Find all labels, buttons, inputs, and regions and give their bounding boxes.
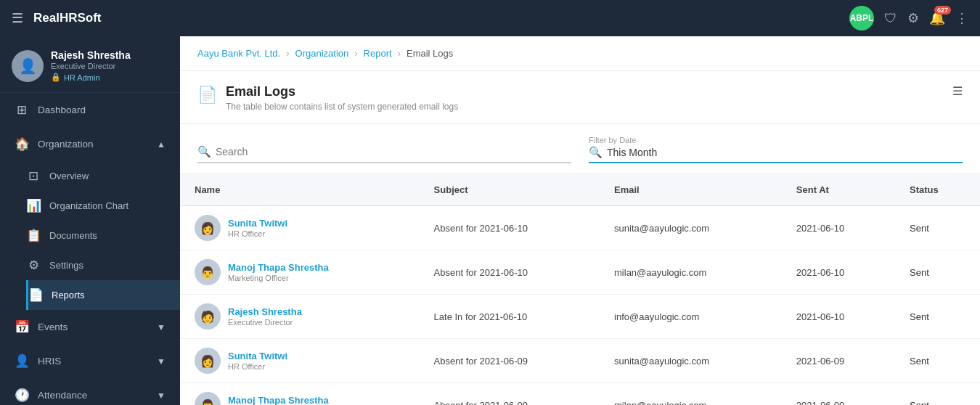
more-options-icon[interactable]: ⋮	[955, 10, 968, 26]
person-info: Sunita Twitwi HR Officer	[228, 351, 287, 371]
chevron-down-icon: ▼	[157, 322, 166, 332]
status-badge: Sent	[910, 400, 929, 406]
user-title: Executive Director	[51, 62, 131, 70]
breadcrumb-sep: ›	[286, 48, 289, 59]
cell-status: Sent	[895, 206, 980, 250]
cell-name: 👨 Manoj Thapa Shrestha Marketing Officer	[180, 383, 420, 406]
cell-name: 🧑 Rajesh Shrestha Executive Director	[180, 295, 420, 339]
organization-icon: 🏠	[15, 136, 29, 152]
sidebar-item-attendance[interactable]: 🕐 Attendance ▼	[0, 378, 180, 405]
person-avatar: 👨	[195, 259, 221, 285]
sidebar-item-dashboard[interactable]: ⊞ Dashboard	[0, 93, 180, 127]
cell-subject: Absent for 2021-06-09	[420, 339, 600, 383]
sidebar: 👤 Rajesh Shrestha Executive Director 🔒 H…	[0, 36, 180, 405]
shield-small-icon: 🔒	[51, 73, 61, 82]
page-header: 📄 Email Logs The table below contains li…	[180, 71, 980, 124]
sidebar-item-documents[interactable]: 📋 Documents	[26, 221, 180, 250]
person-name[interactable]: Sunita Twitwi	[228, 218, 287, 229]
cell-status: Sent	[895, 383, 980, 406]
person-avatar: 👩	[195, 348, 221, 374]
sidebar-item-label: Events	[38, 322, 148, 332]
status-badge: Sent	[910, 267, 929, 278]
organization-submenu: ⊡ Overview 📊 Organization Chart 📋 Docume…	[0, 161, 180, 310]
breadcrumb: Aayu Bank Pvt. Ltd. › Organization › Rep…	[180, 36, 980, 71]
col-sent-at: Sent At	[782, 174, 895, 206]
cell-name: 👩 Sunita Twitwi HR Officer	[180, 206, 420, 250]
cell-sent-at: 2021-06-09	[782, 383, 895, 406]
user-name: Rajesh Shrestha	[51, 49, 131, 61]
chevron-down-icon: ▼	[157, 390, 166, 401]
documents-icon: 📋	[26, 228, 41, 243]
person-info: Sunita Twitwi HR Officer	[228, 218, 287, 238]
breadcrumb-organization[interactable]: Organization	[295, 48, 349, 59]
cell-subject: Absent for 2021-06-10	[420, 250, 600, 295]
email-logs-table: Name Subject Email Sent At Status 👩 Suni…	[180, 174, 980, 405]
person-cell: 👩 Sunita Twitwi HR Officer	[195, 348, 405, 374]
breadcrumb-sep: ›	[354, 48, 357, 59]
search-input[interactable]	[211, 144, 571, 159]
cell-subject: Absent for 2021-06-10	[420, 206, 600, 250]
search-wrap: 🔍	[197, 144, 571, 163]
avatar: 👤	[12, 50, 44, 82]
org-chart-icon: 📊	[26, 198, 41, 213]
topnav-right: ABPL 🛡 ⚙ 🔔 627 ⋮	[849, 6, 968, 30]
person-cell: 🧑 Rajesh Shrestha Executive Director	[195, 303, 405, 330]
user-role: 🔒 HR Admin	[51, 73, 131, 82]
hamburger-icon[interactable]: ☰	[12, 10, 23, 26]
sidebar-item-overview[interactable]: ⊡ Overview	[26, 161, 180, 191]
topnav: ☰ RealHRSoft ABPL 🛡 ⚙ 🔔 627 ⋮	[0, 0, 980, 36]
date-field[interactable]: 🔍 This Month	[589, 146, 963, 163]
sidebar-item-events[interactable]: 📅 Events ▼	[0, 310, 180, 344]
page-header-left: 📄 Email Logs The table below contains li…	[197, 84, 458, 112]
page-title: Email Logs	[226, 84, 458, 99]
person-name[interactable]: Manoj Thapa Shrestha	[228, 262, 329, 273]
person-name[interactable]: Manoj Thapa Shrestha	[228, 395, 329, 405]
sidebar-item-reports[interactable]: 📄 Reports	[26, 280, 180, 310]
cell-email: info@aayulogic.com	[600, 295, 782, 339]
breadcrumb-report[interactable]: Report	[364, 48, 392, 59]
person-name[interactable]: Sunita Twitwi	[228, 351, 287, 361]
cell-subject: Late In for 2021-06-10	[420, 295, 600, 339]
page-subtitle: The table below contains list of system …	[226, 102, 458, 112]
table-header-row: Name Subject Email Sent At Status	[180, 174, 980, 206]
shield-icon[interactable]: 🛡	[884, 11, 897, 26]
sidebar-item-label: Dashboard	[38, 105, 166, 115]
table-row: 👨 Manoj Thapa Shrestha Marketing Officer…	[180, 250, 980, 295]
sidebar-item-settings[interactable]: ⚙ Settings	[26, 250, 180, 280]
settings-icon: ⚙	[26, 258, 41, 273]
chevron-down-icon: ▼	[157, 356, 166, 367]
person-info: Rajesh Shrestha Executive Director	[228, 306, 302, 327]
notification-bell[interactable]: 🔔 627	[929, 10, 945, 26]
sidebar-item-org-chart[interactable]: 📊 Organization Chart	[26, 191, 180, 221]
col-name: Name	[180, 174, 420, 206]
person-role: Marketing Officer	[228, 274, 329, 282]
sidebar-item-label: Settings	[49, 260, 166, 271]
breadcrumb-sep: ›	[398, 48, 401, 59]
breadcrumb-org[interactable]: Aayu Bank Pvt. Ltd.	[197, 48, 280, 59]
filter-icon[interactable]: ☰	[952, 84, 963, 98]
breadcrumb-current: Email Logs	[407, 48, 453, 59]
sidebar-item-label: Organization Chart	[49, 200, 166, 211]
person-name[interactable]: Rajesh Shrestha	[228, 306, 302, 317]
person-info: Manoj Thapa Shrestha Marketing Officer	[228, 395, 329, 405]
table-header: Name Subject Email Sent At Status	[180, 174, 980, 206]
events-icon: 📅	[15, 319, 29, 335]
date-filter-label: Filter by Date	[589, 136, 963, 144]
status-badge: Sent	[910, 356, 929, 367]
page-icon: 📄	[197, 86, 217, 105]
cell-email: sunita@aayulogic.com	[600, 206, 782, 250]
col-subject: Subject	[420, 174, 600, 206]
person-role: HR Officer	[228, 362, 287, 371]
status-badge: Sent	[910, 223, 929, 234]
page-title-group: Email Logs The table below contains list…	[226, 84, 458, 112]
table-row: 👩 Sunita Twitwi HR Officer Absent for 20…	[180, 206, 980, 250]
hris-icon: 👤	[15, 353, 29, 369]
sidebar-item-organization[interactable]: 🏠 Organization ▲	[0, 127, 180, 161]
sidebar-item-hris[interactable]: 👤 HRIS ▼	[0, 344, 180, 378]
cell-email: milan@aayulogic.com	[600, 250, 782, 295]
table-row: 👩 Sunita Twitwi HR Officer Absent for 20…	[180, 339, 980, 383]
person-info: Manoj Thapa Shrestha Marketing Officer	[228, 262, 329, 282]
person-cell: 👨 Manoj Thapa Shrestha Marketing Officer	[195, 259, 405, 285]
gear-icon[interactable]: ⚙	[907, 10, 919, 26]
person-avatar: 🧑	[195, 303, 221, 330]
